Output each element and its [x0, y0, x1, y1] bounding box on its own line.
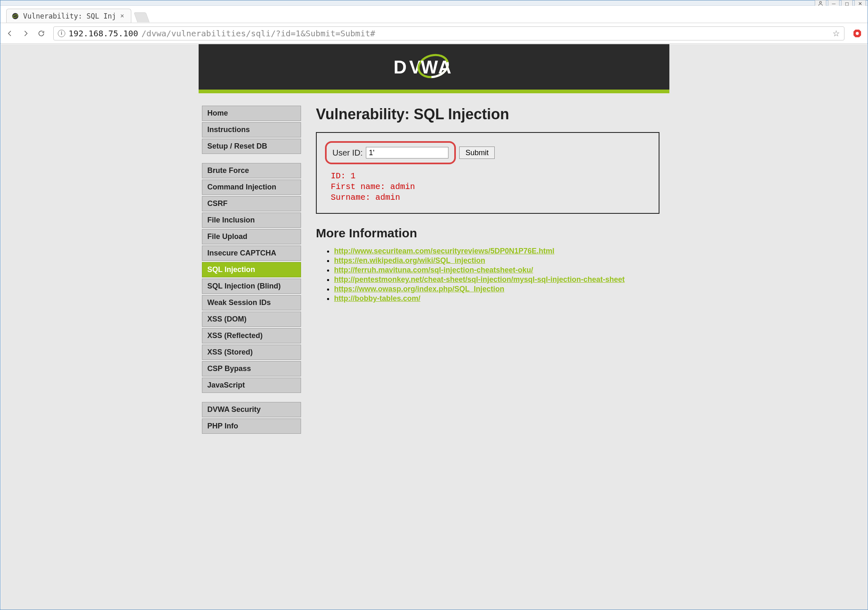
app-header: D V A W	[199, 44, 669, 90]
more-info-heading: More Information	[316, 226, 659, 240]
svg-point-4	[856, 32, 859, 35]
page-container: D V A W HomeInstructionsSetup / Reset DB…	[199, 44, 669, 443]
new-tab-button[interactable]	[133, 12, 149, 22]
bookmark-star-icon[interactable]: ☆	[832, 28, 840, 38]
sidebar-item-instructions[interactable]: Instructions	[202, 122, 301, 137]
info-link[interactable]: https://en.wikipedia.org/wiki/SQL_inject…	[334, 256, 485, 265]
url-host: 192.168.75.100	[69, 28, 138, 38]
sidebar-item-file-upload[interactable]: File Upload	[202, 229, 301, 244]
sidebar-item-csp-bypass[interactable]: CSP Bypass	[202, 361, 301, 376]
more-info-links: http://www.securiteam.com/securityreview…	[316, 247, 659, 303]
sidebar-item-weak-session-ids[interactable]: Weak Session IDs	[202, 295, 301, 310]
info-link[interactable]: http://www.securiteam.com/securityreview…	[334, 247, 555, 255]
submit-button[interactable]: Submit	[459, 147, 495, 159]
sidebar-item-xss-dom[interactable]: XSS (DOM)	[202, 312, 301, 327]
browser-toolbar: i 192.168.75.100/dvwa/vulnerabilities/sq…	[0, 23, 868, 44]
tab-close-icon[interactable]: ×	[120, 12, 124, 20]
tab-title: Vulnerability: SQL Inj	[23, 12, 116, 20]
vulnerability-form-box: User ID: Submit ID: 1 First name: admin …	[316, 132, 659, 214]
browser-tab-active[interactable]: Vulnerability: SQL Inj ×	[6, 9, 131, 23]
dvwa-logo: D V A W	[389, 50, 479, 83]
page-scroll-area[interactable]: D V A W HomeInstructionsSetup / Reset DB…	[1, 44, 867, 610]
list-item: http://www.securiteam.com/securityreview…	[334, 247, 659, 255]
sidebar-item-setup-reset-db[interactable]: Setup / Reset DB	[202, 139, 301, 154]
user-id-input[interactable]	[366, 147, 448, 158]
info-link[interactable]: http://pentestmonkey.net/cheat-sheet/sql…	[334, 275, 625, 284]
sidebar-group: HomeInstructionsSetup / Reset DB	[202, 106, 301, 154]
sidebar-group: Brute ForceCommand InjectionCSRFFile Inc…	[202, 163, 301, 393]
user-id-label: User ID:	[332, 148, 363, 158]
sidebar-item-javascript[interactable]: JavaScript	[202, 378, 301, 393]
tab-favicon-icon	[12, 12, 19, 20]
sidebar-item-home[interactable]: Home	[202, 106, 301, 121]
info-link[interactable]: https://www.owasp.org/index.php/SQL_Inje…	[334, 285, 504, 293]
browser-viewport: D V A W HomeInstructionsSetup / Reset DB…	[1, 44, 867, 610]
query-result-output: ID: 1 First name: admin Surname: admin	[331, 171, 650, 203]
sidebar-item-dvwa-security[interactable]: DVWA Security	[202, 402, 301, 417]
sidebar-item-php-info[interactable]: PHP Info	[202, 418, 301, 434]
sidebar-item-sql-injection-blind[interactable]: SQL Injection (Blind)	[202, 279, 301, 294]
address-bar[interactable]: i 192.168.75.100/dvwa/vulnerabilities/sq…	[53, 26, 844, 40]
sidebar-item-sql-injection[interactable]: SQL Injection	[202, 262, 301, 277]
info-link[interactable]: http://ferruh.mavituna.com/sql-injection…	[334, 266, 533, 274]
header-accent-bar	[199, 90, 669, 93]
svg-text:W: W	[421, 57, 438, 77]
sidebar-item-file-inclusion[interactable]: File Inclusion	[202, 213, 301, 228]
list-item: http://ferruh.mavituna.com/sql-injection…	[334, 266, 659, 274]
sidebar-item-command-injection[interactable]: Command Injection	[202, 180, 301, 195]
site-info-icon[interactable]: i	[58, 30, 65, 37]
input-highlight-frame: User ID:	[325, 141, 456, 164]
list-item: http://bobby-tables.com/	[334, 294, 659, 303]
svg-text:D: D	[394, 57, 407, 77]
sidebar-menu: HomeInstructionsSetup / Reset DBBrute Fo…	[199, 106, 306, 443]
sidebar-item-xss-stored[interactable]: XSS (Stored)	[202, 345, 301, 360]
svg-text:V: V	[409, 57, 422, 77]
svg-point-0	[820, 1, 822, 3]
extension-adblock-icon[interactable]	[853, 29, 862, 38]
sidebar-item-brute-force[interactable]: Brute Force	[202, 163, 301, 178]
main-content: Vulnerability: SQL Injection User ID: Su…	[306, 106, 669, 443]
sidebar-item-xss-reflected[interactable]: XSS (Reflected)	[202, 328, 301, 343]
app-window: ─ ◻ ✕ Vulnerability: SQL Inj × i 192.168…	[0, 0, 868, 610]
info-link[interactable]: http://bobby-tables.com/	[334, 294, 420, 303]
sidebar-item-insecure-captcha[interactable]: Insecure CAPTCHA	[202, 246, 301, 261]
sidebar-item-csrf[interactable]: CSRF	[202, 196, 301, 211]
list-item: http://pentestmonkey.net/cheat-sheet/sql…	[334, 275, 659, 284]
nav-back-button[interactable]	[6, 30, 14, 37]
nav-forward-button[interactable]	[22, 30, 29, 37]
browser-tabstrip: Vulnerability: SQL Inj ×	[0, 6, 868, 23]
list-item: https://en.wikipedia.org/wiki/SQL_inject…	[334, 256, 659, 265]
nav-reload-button[interactable]	[38, 30, 45, 37]
page-title: Vulnerability: SQL Injection	[316, 106, 659, 123]
url-path: /dvwa/vulnerabilities/sqli/?id=1&Submit=…	[142, 28, 375, 38]
list-item: https://www.owasp.org/index.php/SQL_Inje…	[334, 285, 659, 293]
sidebar-group: DVWA SecurityPHP Info	[202, 402, 301, 434]
window-titlebar: ─ ◻ ✕	[0, 0, 868, 6]
